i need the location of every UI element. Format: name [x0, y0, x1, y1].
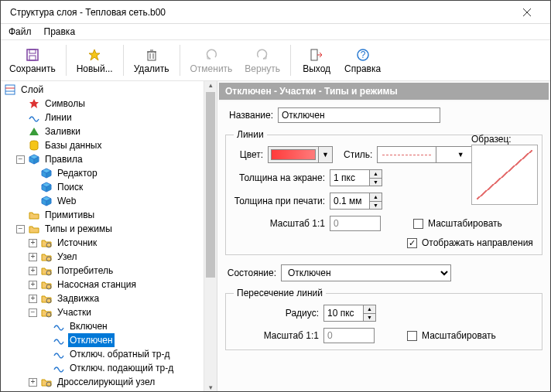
style-picker[interactable]: ▼ [377, 146, 485, 163]
tree-node[interactable]: +Узел [4, 250, 204, 264]
state-combo[interactable]: Отключен [281, 264, 451, 281]
tree-search[interactable]: Поиск [4, 180, 204, 194]
folder-gear-icon [40, 376, 53, 388]
svg-rect-15 [5, 85, 15, 94]
wave-icon [53, 348, 65, 360]
tree-symbols[interactable]: Символы [4, 97, 204, 111]
sample-label: Образец: [471, 134, 512, 145]
wave-icon [28, 111, 40, 124]
int-scale-checkbox[interactable] [407, 331, 417, 341]
help-icon: ? [356, 46, 370, 63]
trash-icon [145, 46, 159, 63]
tree-lines[interactable]: Линии [4, 111, 204, 124]
expand-icon[interactable]: + [29, 253, 37, 261]
tree-consumer[interactable]: +Потребитель [4, 264, 204, 278]
collapse-icon[interactable]: − [16, 225, 25, 233]
toolbar: Сохранить Новый... Удалить Отменить Верн… [1, 39, 550, 81]
undo-label: Отменить [190, 63, 233, 74]
star-icon [28, 97, 40, 110]
collapse-icon[interactable]: − [16, 155, 25, 164]
spin-down-icon[interactable]: ▼ [370, 179, 382, 186]
collapse-icon[interactable]: − [29, 308, 37, 317]
save-label: Сохранить [9, 63, 56, 74]
int-scale-checkbox-label: Масштабировать [422, 330, 496, 341]
tree-source[interactable]: +Источник [4, 236, 204, 250]
delete-button[interactable]: Удалить [128, 42, 175, 79]
spin-down-icon[interactable]: ▼ [370, 202, 382, 210]
tree-pump-station[interactable]: +Насосная станция [4, 278, 204, 291]
menu-edit[interactable]: Правка [44, 26, 76, 37]
intersection-fieldset: Пересечение линий Радиус: ▲▼ Масштаб 1:1… [225, 288, 542, 350]
tree-disabled-supply[interactable]: Отключ. подающий тр-д [4, 361, 204, 375]
help-label: Справка [344, 63, 381, 74]
folder-icon [28, 209, 40, 221]
properties-panel: Отключен - Участки - Типы и режимы Назва… [217, 81, 550, 391]
delete-label: Удалить [134, 63, 169, 74]
sample-preview [471, 145, 538, 205]
spin-up-icon[interactable]: ▲ [370, 193, 382, 202]
lines-legend: Линии [234, 129, 267, 140]
help-button[interactable]: ? Справка [339, 42, 386, 79]
layer-icon [4, 84, 16, 96]
tree-sections[interactable]: −Участки [4, 305, 204, 319]
tree-throttling-node[interactable]: +Дросселирующий узел [4, 375, 204, 389]
style-preview [382, 155, 431, 155]
menu-file[interactable]: Файл [9, 26, 32, 37]
save-button[interactable]: Сохранить [4, 42, 61, 79]
spin-down-icon[interactable]: ▼ [364, 314, 375, 322]
redo-button: Вернуть [239, 42, 286, 79]
color-picker[interactable]: ▼ [268, 146, 333, 163]
color-swatch [271, 149, 316, 160]
svg-rect-6 [148, 52, 156, 60]
expand-icon[interactable]: + [29, 378, 37, 387]
tree-rules[interactable]: −Правила [4, 152, 204, 166]
radius-spinner[interactable]: ▲▼ [323, 305, 376, 322]
tree[interactable]: Слой Символы Линии Заливки Базы данных −… [1, 81, 204, 391]
expand-icon[interactable]: + [29, 267, 37, 275]
expand-icon[interactable]: + [29, 281, 37, 289]
tree-editor[interactable]: Редактор [4, 166, 204, 180]
menubar: Файл Правка [1, 24, 550, 39]
style-label: Стиль: [344, 149, 372, 160]
wave-icon [53, 320, 65, 332]
tree-valve[interactable]: +Задвижка [4, 291, 204, 305]
svg-rect-4 [29, 56, 36, 60]
show-directions-checkbox[interactable] [407, 238, 417, 248]
tree-types-modes[interactable]: −Типы и режимы [4, 222, 204, 236]
new-button[interactable]: Новый... [71, 42, 118, 79]
cube-icon [40, 195, 53, 207]
name-input[interactable] [278, 107, 440, 123]
tree-web[interactable]: Web [4, 194, 204, 208]
tree-primitives[interactable]: Примитивы [4, 208, 204, 222]
exit-button[interactable]: Выход [296, 42, 337, 79]
sample-box: Образец: [471, 134, 539, 205]
spin-up-icon[interactable]: ▲ [370, 170, 382, 179]
folder-gear-icon [40, 390, 53, 391]
scale-checkbox[interactable] [413, 219, 423, 229]
tree-databases[interactable]: Базы данных [4, 138, 204, 152]
tree-root[interactable]: Слой [4, 83, 204, 97]
window-title: Структура слоя - Тепловая сеть.b00 [9, 7, 512, 18]
tree-enabled[interactable]: Включен [4, 319, 204, 333]
print-thickness-spinner[interactable]: ▲▼ [330, 193, 382, 210]
scale-checkbox-label: Масштабировать [428, 218, 502, 229]
tree-ctp[interactable]: +ЦТП [4, 389, 204, 391]
screen-thickness-label: Толщина на экране: [234, 172, 325, 183]
expand-icon[interactable]: + [29, 239, 37, 247]
svg-marker-5 [89, 49, 100, 60]
cube-icon [40, 167, 53, 179]
tree-fills[interactable]: Заливки [4, 124, 204, 138]
expand-icon[interactable]: + [29, 295, 37, 303]
tree-disabled-return[interactable]: Отключ. обратный тр-д [4, 347, 204, 361]
titlebar: Структура слоя - Тепловая сеть.b00 [1, 1, 550, 24]
intersection-legend: Пересечение линий [234, 288, 326, 298]
exit-label: Выход [303, 63, 330, 74]
spin-up-icon[interactable]: ▲ [364, 305, 375, 314]
show-directions-label: Отображать направления [422, 237, 533, 248]
int-scale-11-input [323, 328, 375, 343]
scrollbar-thumb[interactable] [206, 92, 215, 278]
screen-thickness-spinner[interactable]: ▲▼ [330, 169, 382, 186]
close-button[interactable] [512, 1, 542, 24]
tree-disabled[interactable]: Отключен [4, 333, 204, 347]
tree-scrollbar[interactable] [204, 81, 217, 391]
